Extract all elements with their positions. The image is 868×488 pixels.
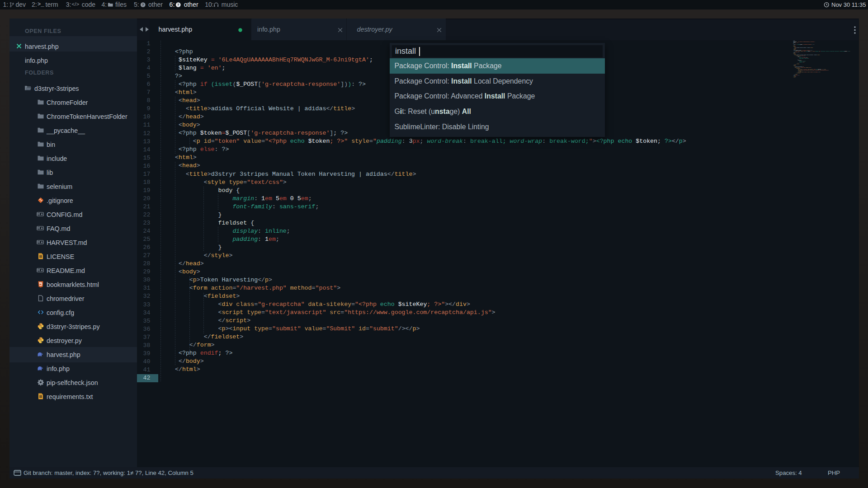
svg-text:?: ? xyxy=(142,3,144,7)
svg-text:?: ? xyxy=(177,3,179,7)
